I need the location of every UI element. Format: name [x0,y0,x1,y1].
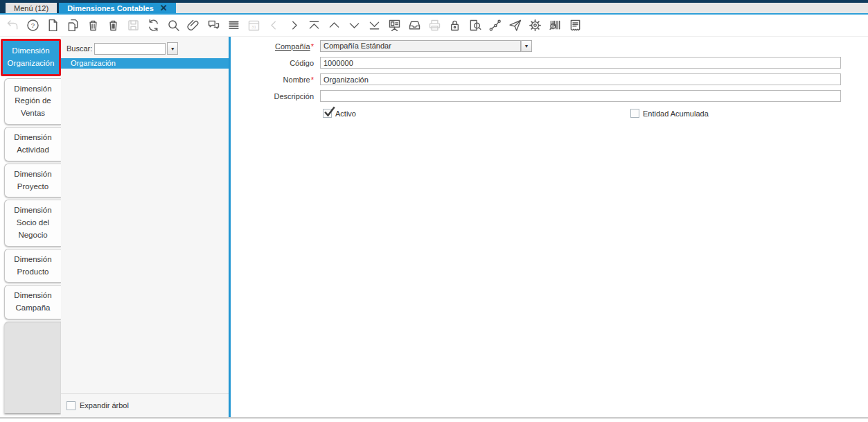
expand-tree-row: Expandir árbol [61,393,229,417]
sidebar-tab-2[interactable]: Dimensión Región de Ventas [4,78,61,125]
previous-record-icon[interactable] [327,18,342,33]
search-label: Buscar: [67,44,92,53]
undo-icon [6,18,20,33]
new-record-icon[interactable] [46,18,60,33]
svg-text:31: 31 [251,24,256,29]
parent-record-icon [267,18,281,33]
expand-tree-checkbox[interactable] [67,401,76,410]
barcode-icon[interactable] [548,18,563,33]
sidebar-tab-3[interactable]: Dimensión Actividad [4,127,61,161]
delete-selection-icon[interactable] [106,18,121,33]
form-row-codigo: Código [231,57,868,69]
entidad-acumulada-field: Entidad Acumulada [630,109,709,118]
compania-dropdown-button[interactable]: ▼ [521,40,532,52]
activo-label: Activo [335,109,356,118]
nombre-label: Nombre* [231,76,317,84]
send-icon[interactable] [508,18,522,33]
form-row-compania: Compañía* Compañía Estándar ▼ [231,40,868,52]
descripcion-input[interactable] [320,90,841,102]
tree-panel: Buscar: ▼ Organización Expandir árbol [61,37,229,417]
compania-select[interactable]: Compañía Estándar ▼ [320,40,532,52]
first-record-icon[interactable] [307,18,321,33]
content-area: Dimensión OrganizaciónDimensión Región d… [0,37,868,419]
svg-text:?: ? [31,21,35,29]
calendar-icon: 31 [247,18,261,33]
next-record-icon[interactable] [347,18,362,33]
find-icon[interactable] [166,18,181,33]
zoom-across-icon[interactable] [468,18,482,33]
dimension-tabs-rail: Dimensión OrganizaciónDimensión Región d… [0,37,61,417]
attachment-icon[interactable] [186,18,201,33]
activo-field: Activo [323,109,356,118]
window-tabs: Menú (12) Dimensiones Contables ✕ [0,3,176,13]
close-tab-icon[interactable]: ✕ [160,3,168,12]
toolbar: ?31 [0,15,868,37]
grid-toggle-icon[interactable] [227,18,241,33]
sidebar-tab-6[interactable]: Dimensión Producto [4,249,61,283]
expand-tree-label: Expandir árbol [80,401,129,410]
tab-menu[interactable]: Menú (12) [6,3,57,13]
refresh-icon[interactable] [146,18,161,33]
chevron-down-icon: ▼ [524,44,529,49]
tree-spacer [61,69,229,393]
required-marker: * [311,76,314,84]
sidebar-tab-7[interactable]: Dimensión Campaña [4,285,61,319]
form-row-descripcion: Descripción [231,90,868,102]
help-icon[interactable]: ? [26,18,40,33]
tab-menu-label: Menú (12) [14,4,48,12]
detail-record-icon[interactable] [287,18,301,33]
search-row: Buscar: ▼ [61,37,229,58]
tree-node-1[interactable]: Organización [61,58,229,69]
form-checkbox-row: Activo Entidad Acumulada [231,109,868,120]
search-input[interactable] [94,43,166,55]
rail-filler [4,322,61,413]
print-icon [427,18,442,33]
tab-dimensiones-label: Dimensiones Contables [67,4,154,12]
nombre-input[interactable] [320,73,841,85]
lock-icon[interactable] [448,18,462,33]
entidad-acumulada-checkbox[interactable] [630,109,639,118]
preference-icon[interactable] [528,18,542,33]
required-marker: * [311,42,314,51]
window-tabbar: Menú (12) Dimensiones Contables ✕ [0,0,868,15]
print-preview-icon[interactable] [568,18,583,33]
activo-checkbox[interactable] [323,109,332,118]
descripcion-label: Descripción [231,92,317,100]
last-record-icon[interactable] [367,18,382,33]
entidad-acumulada-label: Entidad Acumulada [643,109,709,118]
save-icon [126,18,141,33]
tab-dimensiones-contables[interactable]: Dimensiones Contables ✕ [59,3,176,13]
archive-icon[interactable] [407,18,422,33]
delete-icon[interactable] [86,18,100,33]
sidebar-tab-4[interactable]: Dimensión Proyecto [4,164,61,198]
chat-icon[interactable] [206,18,221,33]
record-form: Compañía* Compañía Estándar ▼ Código Nom… [231,37,868,417]
form-row-nombre: Nombre* [231,73,868,85]
copy-record-icon[interactable] [66,18,80,33]
codigo-label: Código [231,59,317,67]
search-dropdown-button[interactable]: ▼ [167,42,178,55]
org-tree: Organización [61,58,229,69]
workflow-icon[interactable] [488,18,502,33]
sidebar-tab-1[interactable]: Dimensión Organización [1,39,61,76]
chevron-down-icon: ▼ [170,46,175,51]
report-icon[interactable] [387,18,402,33]
codigo-input[interactable] [320,57,841,69]
compania-label[interactable]: Compañía* [231,42,317,51]
sidebar-tab-5[interactable]: Dimensión Socio del Negocio [4,200,61,246]
compania-value: Compañía Estándar [320,40,521,52]
